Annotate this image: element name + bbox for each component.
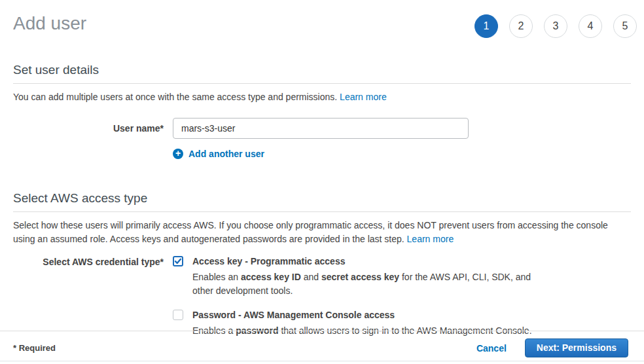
page-header: Add user 1 2 3 4 5 xyxy=(0,0,644,38)
add-another-user-link[interactable]: + Add another user xyxy=(173,149,264,159)
access-key-option-title: Access key - Programmatic access xyxy=(192,256,546,266)
wizard-steps: 1 2 3 4 5 xyxy=(474,14,637,38)
step-indicator-4: 4 xyxy=(579,14,602,38)
footer-actions: Cancel Next: Permissions xyxy=(476,338,628,357)
section-heading-user-details: Set user details xyxy=(13,63,631,84)
cancel-button[interactable]: Cancel xyxy=(476,343,507,354)
section-heading-access-type: Select AWS access type xyxy=(13,191,631,212)
desc-bold-text: secret access key xyxy=(321,272,399,282)
desc-text: Enables an xyxy=(192,272,241,282)
learn-more-link-access-type[interactable]: Learn more xyxy=(407,234,454,244)
access-key-option: Access key - Programmatic access Enables… xyxy=(173,256,546,298)
username-input[interactable] xyxy=(173,118,469,139)
page-bottom-divider xyxy=(0,361,644,361)
credential-type-row: Select AWS credential type* Access key -… xyxy=(13,256,631,338)
step-indicator-3: 3 xyxy=(544,14,567,38)
desc-text: and xyxy=(301,272,321,282)
step-indicator-2: 2 xyxy=(509,14,533,38)
wizard-footer: * Required Cancel Next: Permissions xyxy=(0,331,644,357)
learn-more-link-user-details[interactable]: Learn more xyxy=(340,92,387,102)
credential-type-label: Select AWS credential type* xyxy=(13,257,164,338)
step-indicator-5: 5 xyxy=(613,14,637,38)
user-details-intro: You can add multiple users at once with … xyxy=(13,90,631,104)
desc-bold-text: access key ID xyxy=(241,272,301,282)
plus-icon: + xyxy=(173,149,183,159)
add-another-user-label: Add another user xyxy=(188,149,264,159)
password-checkbox[interactable] xyxy=(173,310,183,320)
access-type-intro: Select how these users will primarily ac… xyxy=(13,219,631,246)
password-option-title: Password - AWS Management Console access xyxy=(192,310,532,320)
main-content: Set user details You can add multiple us… xyxy=(0,63,644,338)
page-title: Add user xyxy=(13,13,86,34)
user-details-intro-text: You can add multiple users at once with … xyxy=(13,92,337,102)
check-icon xyxy=(174,257,182,265)
access-key-option-desc: Enables an access key ID and secret acce… xyxy=(192,270,546,298)
step-indicator-1: 1 xyxy=(474,14,498,38)
username-label: User name* xyxy=(13,123,164,134)
credential-options: Access key - Programmatic access Enables… xyxy=(173,256,546,338)
username-row: User name* xyxy=(13,118,631,139)
access-key-checkbox[interactable] xyxy=(173,256,183,266)
required-note: * Required xyxy=(13,343,56,353)
access-type-intro-text: Select how these users will primarily ac… xyxy=(13,220,608,244)
access-key-option-body: Access key - Programmatic access Enables… xyxy=(192,256,546,298)
next-permissions-button[interactable]: Next: Permissions xyxy=(525,338,628,357)
